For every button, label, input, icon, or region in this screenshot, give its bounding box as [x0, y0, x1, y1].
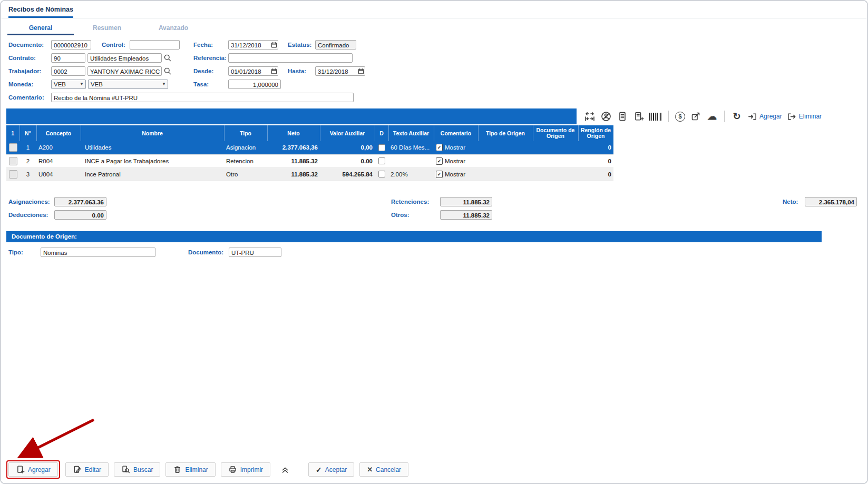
origin-section-header: Documento de Origen: [6, 231, 822, 242]
chevron-down-icon: ▼ [160, 80, 168, 88]
table-row[interactable]: 2 R004 INCE a Pagar los Trabajadores Ret… [6, 154, 613, 167]
calendar-icon[interactable] [358, 68, 364, 74]
referencia-input[interactable] [228, 53, 353, 63]
fecha-label: Fecha: [193, 42, 228, 48]
col-select[interactable]: 1 [6, 125, 19, 141]
row-add-icon [747, 112, 757, 122]
annotation-arrow [16, 417, 100, 461]
search-document-icon [121, 465, 130, 474]
refresh-icon[interactable]: ↻ [731, 111, 743, 122]
estatus-value: Confirmado [315, 40, 356, 50]
editar-button[interactable]: Editar [65, 462, 109, 477]
contrato-search-icon[interactable] [163, 54, 172, 62]
tasa-input[interactable]: 1,000000 [228, 80, 281, 89]
col-d[interactable]: D [375, 125, 388, 141]
totals-section: Asignaciones: 2.377.063.36 Retenciones: … [8, 197, 857, 220]
grid-toolbar: $ ☁ ↻ Agregar Eliminar [6, 108, 862, 124]
grid-eliminar-button[interactable]: Eliminar [787, 112, 822, 122]
estatus-label: Estatus: [288, 42, 315, 48]
document-add-icon[interactable] [633, 111, 645, 122]
calendar-icon[interactable] [271, 68, 277, 74]
table-row[interactable]: 1 A200 Utilidades Asignacion 2.377.063,3… [6, 141, 613, 154]
control-input[interactable] [130, 40, 180, 50]
col-renglon-origen[interactable]: Renglón de Origen [578, 125, 613, 141]
moneda-select[interactable]: VEB ▼ [51, 80, 86, 89]
imprimir-button[interactable]: Imprimir [221, 462, 270, 477]
neto-value: 2.365.178,04 [805, 197, 857, 206]
table-row[interactable]: 3 U004 Ince Patronal Otro 11.885.32 594.… [6, 167, 613, 181]
barcode-icon[interactable] [649, 113, 662, 121]
col-documento-origen[interactable]: Documento de Origen [533, 125, 578, 141]
aceptar-button[interactable]: ✓ Aceptar [308, 462, 354, 477]
fit-columns-icon[interactable] [584, 111, 596, 122]
note-check-icon: ✓ [436, 144, 443, 151]
tab-general[interactable]: General [7, 21, 74, 35]
grid-title-bar [6, 108, 577, 124]
eliminar-button[interactable]: Eliminar [165, 462, 215, 477]
row-selector[interactable] [9, 170, 17, 179]
contrato-name-input[interactable]: Utilidades Empleados [87, 53, 162, 63]
bottom-toolbar: Agregar Editar Buscar Eliminar Imprimir … [6, 460, 408, 479]
trabajador-search-icon[interactable] [163, 67, 172, 75]
check-icon: ✓ [316, 466, 322, 473]
export-icon[interactable] [690, 111, 701, 122]
grid-agregar-button[interactable]: Agregar [747, 112, 782, 122]
cancelar-button[interactable]: ✕ Cancelar [359, 462, 408, 477]
page-title: Recibos de Nóminas [8, 6, 73, 18]
note-check-icon: ✓ [436, 157, 443, 165]
comentario-input[interactable]: Recibo de la Nómina #UT-PRU [51, 93, 354, 102]
agregar-button[interactable]: Agregar [8, 462, 58, 477]
otros-label: Otros: [391, 212, 440, 218]
col-tipo[interactable]: Tipo [224, 125, 267, 141]
trabajador-code-input[interactable]: 0002 [51, 66, 85, 76]
no-worker-icon[interactable] [600, 111, 612, 122]
moneda-label: Moneda: [8, 81, 51, 87]
header-form: Documento: 0000002910 Control: Fecha: 31… [1, 39, 867, 102]
add-document-icon [16, 465, 25, 474]
col-texto-auxiliar[interactable]: Texto Auxiliar [388, 125, 434, 141]
col-comentario[interactable]: Comentario [434, 125, 478, 141]
contrato-label: Contrato: [8, 55, 51, 61]
col-concepto[interactable]: Concepto [36, 125, 81, 141]
moneda-name-select[interactable]: VEB ▼ [88, 80, 168, 89]
conceptos-table: 1 N° Concepto Nombre Tipo Neto Valor Aux… [6, 125, 614, 181]
tab-strip: General Resumen Avanzado [7, 21, 867, 35]
d-checkbox[interactable] [378, 171, 385, 177]
mostrar-button[interactable]: ✓Mostrar [436, 157, 476, 165]
d-checkbox[interactable] [378, 157, 385, 164]
buscar-button[interactable]: Buscar [114, 462, 160, 477]
control-label: Control: [102, 42, 130, 48]
col-tipo-origen[interactable]: Tipo de Origen [478, 125, 533, 141]
tab-resumen[interactable]: Resumen [74, 21, 140, 35]
mostrar-button[interactable]: ✓Mostrar [436, 171, 476, 178]
neto-label: Neto: [783, 199, 805, 205]
origin-tipo-input[interactable]: Nominas [41, 248, 155, 257]
currency-icon[interactable]: $ [675, 112, 685, 122]
table-header-row: 1 N° Concepto Nombre Tipo Neto Valor Aux… [6, 125, 613, 141]
origin-tipo-label: Tipo: [8, 249, 41, 255]
annotation-highlight-box: Agregar [6, 460, 60, 479]
origin-documento-label: Documento: [188, 249, 229, 255]
trabajador-name-input[interactable]: YANTONY AXIMAC RICC [87, 66, 162, 76]
row-selector[interactable] [9, 157, 17, 165]
trabajador-label: Trabajador: [8, 68, 51, 74]
calendar-icon[interactable] [271, 42, 277, 48]
mostrar-button[interactable]: ✓Mostrar [436, 144, 476, 151]
row-selector[interactable] [9, 143, 17, 152]
collapse-toolbar-button[interactable] [276, 462, 295, 477]
hasta-label: Hasta: [288, 68, 315, 74]
col-neto[interactable]: Neto [267, 125, 320, 141]
origin-documento-input[interactable]: UT-PRU [229, 248, 281, 257]
documento-label: Documento: [8, 42, 51, 48]
comentario-label: Comentario: [8, 94, 51, 101]
col-valor-auxiliar[interactable]: Valor Auxiliar [320, 125, 375, 141]
note-check-icon: ✓ [436, 171, 443, 178]
tab-avanzado[interactable]: Avanzado [140, 21, 207, 35]
d-checkbox[interactable] [378, 144, 385, 151]
contrato-code-input[interactable]: 90 [51, 53, 85, 63]
col-nombre[interactable]: Nombre [81, 125, 224, 141]
document-lines-icon[interactable] [617, 111, 628, 122]
cloud-icon[interactable]: ☁ [706, 111, 718, 122]
documento-input[interactable]: 0000002910 [51, 40, 91, 50]
col-numero[interactable]: N° [19, 125, 36, 141]
